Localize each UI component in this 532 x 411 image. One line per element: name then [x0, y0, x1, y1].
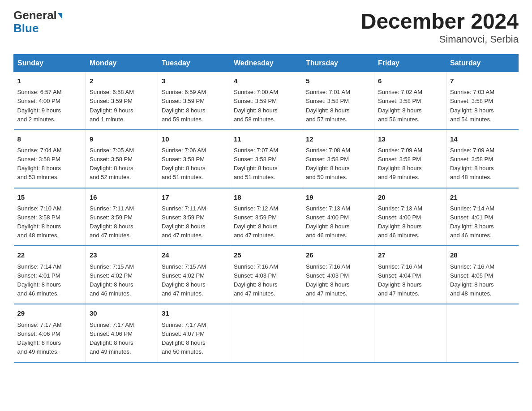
header-thursday: Thursday [302, 55, 374, 72]
day-info: Sunrise: 7:15 AMSunset: 4:02 PMDaylight:… [90, 262, 154, 299]
calendar-cell: 25Sunrise: 7:16 AMSunset: 4:03 PMDayligh… [230, 246, 302, 304]
day-info: Sunrise: 7:13 AMSunset: 4:00 PMDaylight:… [378, 204, 442, 240]
day-info: Sunrise: 7:07 AMSunset: 3:58 PMDaylight:… [234, 146, 298, 182]
calendar-cell [302, 304, 374, 362]
calendar-cell: 17Sunrise: 7:11 AMSunset: 3:59 PMDayligh… [158, 188, 230, 246]
day-info: Sunrise: 7:15 AMSunset: 4:02 PMDaylight:… [162, 262, 226, 299]
day-number: 30 [90, 308, 154, 318]
calendar-cell: 11Sunrise: 7:07 AMSunset: 3:58 PMDayligh… [230, 130, 302, 188]
day-number: 20 [378, 192, 442, 202]
day-number: 22 [17, 250, 82, 260]
calendar-cell: 24Sunrise: 7:15 AMSunset: 4:02 PMDayligh… [158, 246, 230, 304]
calendar-cell: 2Sunrise: 6:58 AMSunset: 3:59 PMDaylight… [86, 72, 158, 130]
calendar-cell: 8Sunrise: 7:04 AMSunset: 3:58 PMDaylight… [14, 130, 86, 188]
logo-triangle-icon [58, 13, 62, 19]
header-tuesday: Tuesday [158, 55, 230, 72]
day-info: Sunrise: 6:59 AMSunset: 3:59 PMDaylight:… [162, 88, 226, 124]
calendar-cell: 27Sunrise: 7:16 AMSunset: 4:04 PMDayligh… [374, 246, 446, 304]
day-number: 2 [90, 76, 154, 86]
header-sunday: Sunday [14, 55, 86, 72]
day-number: 25 [234, 250, 298, 260]
day-info: Sunrise: 7:05 AMSunset: 3:58 PMDaylight:… [90, 146, 154, 182]
calendar-cell: 31Sunrise: 7:17 AMSunset: 4:07 PMDayligh… [158, 304, 230, 362]
day-number: 1 [17, 76, 82, 86]
calendar-cell: 29Sunrise: 7:17 AMSunset: 4:06 PMDayligh… [14, 304, 86, 362]
week-row-1: 1Sunrise: 6:57 AMSunset: 4:00 PMDaylight… [14, 72, 519, 130]
day-info: Sunrise: 7:02 AMSunset: 3:58 PMDaylight:… [378, 88, 442, 124]
day-number: 24 [162, 250, 226, 260]
calendar-header-row: SundayMondayTuesdayWednesdayThursdayFrid… [14, 55, 519, 72]
logo-blue-text: Blue [13, 22, 62, 35]
calendar-cell: 5Sunrise: 7:01 AMSunset: 3:58 PMDaylight… [302, 72, 374, 130]
week-row-4: 22Sunrise: 7:14 AMSunset: 4:01 PMDayligh… [14, 246, 519, 304]
day-number: 21 [450, 192, 515, 202]
day-info: Sunrise: 6:58 AMSunset: 3:59 PMDaylight:… [90, 88, 154, 124]
page-header: General Blue December 2024 Simanovci, Se… [13, 9, 519, 45]
calendar-cell: 14Sunrise: 7:09 AMSunset: 3:58 PMDayligh… [446, 130, 519, 188]
day-info: Sunrise: 6:57 AMSunset: 4:00 PMDaylight:… [17, 88, 82, 124]
day-info: Sunrise: 7:09 AMSunset: 3:58 PMDaylight:… [378, 146, 442, 182]
day-number: 4 [234, 76, 298, 86]
day-number: 10 [162, 134, 226, 144]
day-info: Sunrise: 7:16 AMSunset: 4:03 PMDaylight:… [234, 262, 298, 299]
day-number: 28 [450, 250, 515, 260]
calendar-cell: 1Sunrise: 6:57 AMSunset: 4:00 PMDaylight… [14, 72, 86, 130]
calendar-cell: 3Sunrise: 6:59 AMSunset: 3:59 PMDaylight… [158, 72, 230, 130]
calendar-title: December 2024 [361, 9, 519, 34]
logo: General Blue [13, 9, 62, 34]
calendar-cell: 19Sunrise: 7:13 AMSunset: 4:00 PMDayligh… [302, 188, 374, 246]
day-info: Sunrise: 7:13 AMSunset: 4:00 PMDaylight:… [306, 204, 370, 240]
day-number: 3 [162, 76, 226, 86]
header-wednesday: Wednesday [230, 55, 302, 72]
calendar-cell: 6Sunrise: 7:02 AMSunset: 3:58 PMDaylight… [374, 72, 446, 130]
calendar-cell: 23Sunrise: 7:15 AMSunset: 4:02 PMDayligh… [86, 246, 158, 304]
day-number: 17 [162, 192, 226, 202]
day-info: Sunrise: 7:16 AMSunset: 4:05 PMDaylight:… [450, 262, 515, 299]
day-info: Sunrise: 7:14 AMSunset: 4:01 PMDaylight:… [450, 204, 515, 240]
day-info: Sunrise: 7:17 AMSunset: 4:06 PMDaylight:… [90, 321, 154, 357]
day-info: Sunrise: 7:16 AMSunset: 4:03 PMDaylight:… [306, 262, 370, 299]
calendar-cell: 28Sunrise: 7:16 AMSunset: 4:05 PMDayligh… [446, 246, 519, 304]
day-number: 18 [234, 192, 298, 202]
calendar-cell: 16Sunrise: 7:11 AMSunset: 3:59 PMDayligh… [86, 188, 158, 246]
day-number: 11 [234, 134, 298, 144]
day-number: 16 [90, 192, 154, 202]
day-number: 26 [306, 250, 370, 260]
day-info: Sunrise: 7:09 AMSunset: 3:58 PMDaylight:… [450, 146, 515, 182]
day-number: 15 [17, 192, 82, 202]
day-info: Sunrise: 7:11 AMSunset: 3:59 PMDaylight:… [162, 204, 226, 240]
title-block: December 2024 Simanovci, Serbia [361, 9, 519, 45]
day-info: Sunrise: 7:08 AMSunset: 3:58 PMDaylight:… [306, 146, 370, 182]
calendar-cell [374, 304, 446, 362]
header-friday: Friday [374, 55, 446, 72]
calendar-cell: 21Sunrise: 7:14 AMSunset: 4:01 PMDayligh… [446, 188, 519, 246]
calendar-subtitle: Simanovci, Serbia [361, 34, 519, 45]
calendar-cell: 30Sunrise: 7:17 AMSunset: 4:06 PMDayligh… [86, 304, 158, 362]
day-number: 7 [450, 76, 515, 86]
day-number: 29 [17, 308, 82, 318]
day-number: 12 [306, 134, 370, 144]
day-number: 13 [378, 134, 442, 144]
calendar-cell: 26Sunrise: 7:16 AMSunset: 4:03 PMDayligh… [302, 246, 374, 304]
day-number: 23 [90, 250, 154, 260]
calendar-cell: 18Sunrise: 7:12 AMSunset: 3:59 PMDayligh… [230, 188, 302, 246]
calendar-cell: 4Sunrise: 7:00 AMSunset: 3:59 PMDaylight… [230, 72, 302, 130]
day-number: 14 [450, 134, 515, 144]
calendar-cell: 12Sunrise: 7:08 AMSunset: 3:58 PMDayligh… [302, 130, 374, 188]
day-number: 19 [306, 192, 370, 202]
header-saturday: Saturday [446, 55, 519, 72]
week-row-2: 8Sunrise: 7:04 AMSunset: 3:58 PMDaylight… [14, 130, 519, 188]
day-info: Sunrise: 7:14 AMSunset: 4:01 PMDaylight:… [17, 262, 82, 299]
calendar-table: SundayMondayTuesdayWednesdayThursdayFrid… [13, 54, 519, 363]
day-info: Sunrise: 7:01 AMSunset: 3:58 PMDaylight:… [306, 88, 370, 124]
day-number: 8 [17, 134, 82, 144]
day-info: Sunrise: 7:03 AMSunset: 3:58 PMDaylight:… [450, 88, 515, 124]
logo-general-text: General [13, 9, 57, 22]
calendar-cell [230, 304, 302, 362]
calendar-cell: 22Sunrise: 7:14 AMSunset: 4:01 PMDayligh… [14, 246, 86, 304]
day-info: Sunrise: 7:11 AMSunset: 3:59 PMDaylight:… [90, 204, 154, 240]
calendar-cell: 15Sunrise: 7:10 AMSunset: 3:58 PMDayligh… [14, 188, 86, 246]
calendar-cell: 13Sunrise: 7:09 AMSunset: 3:58 PMDayligh… [374, 130, 446, 188]
calendar-cell: 20Sunrise: 7:13 AMSunset: 4:00 PMDayligh… [374, 188, 446, 246]
day-number: 31 [162, 308, 226, 318]
